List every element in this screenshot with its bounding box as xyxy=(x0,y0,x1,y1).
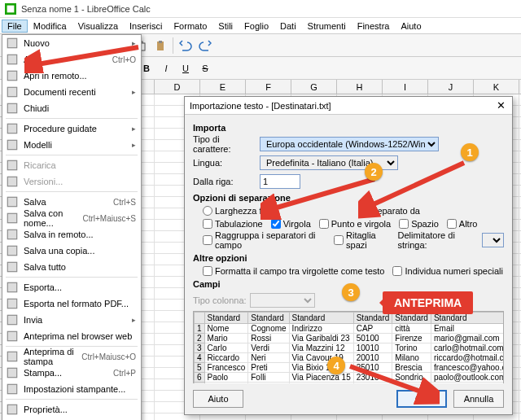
window-title: Senza nome 1 - LibreOffice Calc xyxy=(21,4,151,14)
help-button[interactable]: Aiuto xyxy=(193,390,243,408)
fromrow-input[interactable] xyxy=(260,174,300,189)
file-menu-item[interactable]: Apri in remoto... xyxy=(2,68,141,84)
checkbox-quoted-as-text[interactable]: Formatta il campo tra virgolette come te… xyxy=(203,266,384,276)
checkbox-other[interactable]: Altro xyxy=(447,219,478,229)
label-charset: Tipo di carattere: xyxy=(193,134,260,154)
menu-file[interactable]: File xyxy=(2,20,28,33)
file-menu-item[interactable]: Procedure guidate▸ xyxy=(2,120,141,137)
svg-rect-18 xyxy=(7,103,16,112)
preview-table[interactable]: StandardStandardStandardStandardStandard… xyxy=(193,311,504,383)
svg-rect-16 xyxy=(7,71,16,80)
file-menu-item[interactable]: Proprietà... xyxy=(2,401,141,418)
cancel-button[interactable]: Annulla xyxy=(453,390,504,408)
italic-icon[interactable]: I xyxy=(157,59,175,77)
column-type-select[interactable] xyxy=(250,293,315,308)
menubar: FileModificaVisualizzaInserisciFormatoSt… xyxy=(0,18,521,34)
saveall-icon xyxy=(6,260,19,273)
column-header[interactable]: I xyxy=(383,80,428,94)
file-menu-item[interactable]: Nuovo▸ xyxy=(2,35,141,51)
checkbox-space[interactable]: Spazio xyxy=(399,219,439,229)
svg-rect-26 xyxy=(7,246,16,255)
file-menu-item[interactable]: Modelli▸ xyxy=(2,137,141,153)
svg-rect-15 xyxy=(7,55,16,63)
file-menu-item[interactable]: Stampa...Ctrl+P xyxy=(2,365,141,381)
doc-new-icon xyxy=(6,37,19,50)
column-header[interactable]: J xyxy=(428,80,474,94)
column-header[interactable]: E xyxy=(200,80,246,94)
column-header[interactable]: G xyxy=(291,80,337,94)
app-icon xyxy=(5,3,16,15)
menu-visualizza[interactable]: Visualizza xyxy=(72,20,124,33)
printprev-icon xyxy=(6,350,19,363)
recent-icon xyxy=(6,85,19,98)
file-menu-item[interactable]: Ricarica xyxy=(2,157,141,173)
file-menu-item[interactable]: Versioni... xyxy=(2,173,141,190)
column-header[interactable]: H xyxy=(337,80,383,94)
svg-rect-31 xyxy=(7,331,16,340)
svg-rect-25 xyxy=(7,230,16,238)
file-menu-item[interactable]: Anteprima nel browser web xyxy=(2,328,141,344)
ok-button[interactable]: OK xyxy=(396,390,447,408)
svg-rect-17 xyxy=(7,87,16,96)
file-menu-item[interactable]: Impostazioni stampante... xyxy=(2,381,141,397)
menu-foglio[interactable]: Foglio xyxy=(239,20,274,33)
file-menu-item[interactable]: Salva una copia... xyxy=(2,243,141,259)
svg-rect-28 xyxy=(7,282,16,291)
file-menu-item[interactable]: Esporta... xyxy=(2,279,141,295)
charset-select[interactable]: Europa occidentale (Windows-1252/WinLati… xyxy=(260,137,439,151)
file-menu-item[interactable]: Documenti recenti▸ xyxy=(2,84,141,100)
file-menu-item[interactable]: Anteprima di stampaCtrl+Maiusc+O xyxy=(2,348,141,365)
pdf-icon xyxy=(6,297,19,310)
column-header[interactable]: D xyxy=(155,80,200,94)
menu-strumenti[interactable]: Strumenti xyxy=(302,20,352,33)
menu-aiuto[interactable]: Aiuto xyxy=(395,20,427,33)
svg-rect-32 xyxy=(7,352,16,361)
file-menu-item[interactable]: Salva in remoto... xyxy=(2,226,141,243)
wizard-icon xyxy=(6,122,19,135)
file-menu-item[interactable]: Invia▸ xyxy=(2,312,141,328)
file-menu-item[interactable]: Chiudi xyxy=(2,100,141,116)
menu-stili[interactable]: Stili xyxy=(212,20,239,33)
checkbox-semicolon[interactable]: Punto e virgola xyxy=(319,219,391,229)
redo-icon[interactable] xyxy=(196,37,214,55)
radio-fixed-width[interactable]: Larghezza fissa xyxy=(203,206,278,216)
checkbox-detect-special[interactable]: Individua numeri speciali xyxy=(392,266,502,276)
undo-icon[interactable] xyxy=(177,37,195,55)
menu-inserisci[interactable]: Inserisci xyxy=(124,20,168,33)
menu-finestra[interactable]: Finestra xyxy=(352,20,396,33)
checkbox-comma[interactable]: Virgola xyxy=(271,219,311,229)
label-column-type: Tipo colonna: xyxy=(193,295,250,305)
versions-icon xyxy=(6,175,19,188)
file-menu-item[interactable]: Esporta nel formato PDF... xyxy=(2,295,141,312)
svg-rect-1 xyxy=(7,5,15,12)
language-select[interactable]: Predefinita - Italiano (Italia) xyxy=(260,155,398,170)
svg-rect-22 xyxy=(7,177,16,186)
menu-formato[interactable]: Formato xyxy=(168,20,212,33)
checkbox-tab[interactable]: Tabulazione xyxy=(203,219,263,229)
file-menu-item[interactable]: Apri...Ctrl+O xyxy=(2,51,141,68)
paste-icon[interactable] xyxy=(151,37,169,55)
group-other: Altre opzioni xyxy=(193,253,504,263)
menu-dati[interactable]: Dati xyxy=(274,20,302,33)
text-delim-select[interactable] xyxy=(482,233,504,247)
column-header[interactable]: F xyxy=(246,80,291,94)
group-separator: Opzioni di separazione xyxy=(193,193,504,203)
column-header[interactable]: K xyxy=(474,80,519,94)
props-icon xyxy=(6,403,19,416)
checkbox-merge-delim[interactable]: Raggruppa i separatori di campo xyxy=(203,230,327,250)
file-menu-item[interactable]: Salva con nome...Ctrl+Maiusc+S xyxy=(2,210,141,226)
checkbox-trim-spaces[interactable]: Ritaglia spazi xyxy=(334,230,392,250)
underline-icon[interactable]: U xyxy=(177,59,195,77)
radio-separated-by[interactable]: Separato da xyxy=(359,206,420,216)
strike-icon[interactable]: S xyxy=(196,59,214,77)
close-icon[interactable]: ✕ xyxy=(494,99,507,112)
file-menu-item[interactable]: Salva tutto xyxy=(2,259,141,275)
template-icon xyxy=(6,138,19,151)
svg-rect-35 xyxy=(7,405,16,413)
file-menu-dropdown: Nuovo▸Apri...Ctrl+OApri in remoto...Docu… xyxy=(2,34,142,420)
svg-rect-19 xyxy=(7,124,16,133)
label-language: Lingua: xyxy=(193,158,260,168)
file-menu-item[interactable]: SalvaCtrl+S xyxy=(2,194,141,210)
svg-rect-14 xyxy=(7,38,16,47)
menu-modifica[interactable]: Modifica xyxy=(28,20,72,33)
